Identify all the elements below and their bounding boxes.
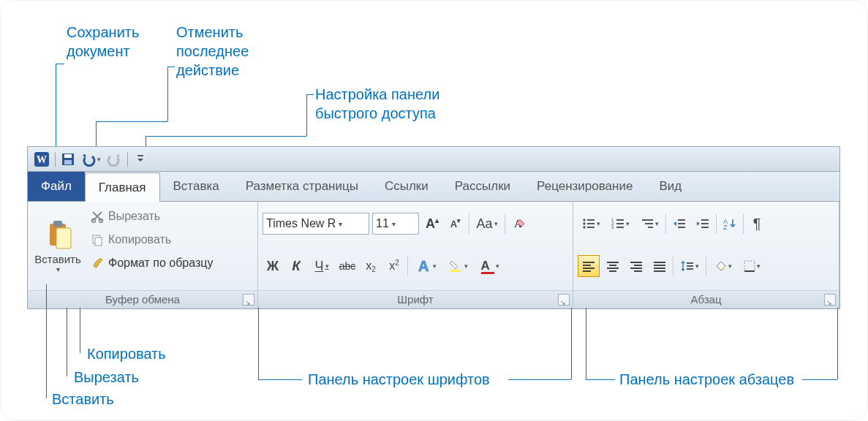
bullets-icon [582,218,595,230]
format-painter-button[interactable]: Формат по образцу [86,251,217,275]
scissors-icon [91,210,104,223]
callout-undo-label: Отменитьпоследнеедействие [176,24,249,78]
svg-rect-15 [450,270,461,272]
svg-point-18 [583,222,585,224]
outdent-icon [673,218,686,230]
ribbon-groups: Вставить ▾ Вырезать Копировать [28,202,839,308]
callout-undo: Отменитьпоследнеедействие [176,23,249,80]
shading-button[interactable]: ▾ [709,256,736,276]
group-clipboard: Вставить ▾ Вырезать Копировать [28,202,258,308]
svg-text:Z: Z [723,224,728,230]
sort-icon: AZ [722,217,737,230]
paste-label: Вставить [34,253,81,265]
decrease-indent-button[interactable] [669,213,690,234]
borders-button[interactable]: ▾ [739,256,765,276]
bold-button[interactable]: Ж [263,256,283,276]
app-icon[interactable]: W [32,150,50,168]
callout-copy: Копировать [87,344,166,363]
svg-text:W: W [37,154,47,165]
undo-button[interactable]: ▾ [78,150,103,168]
tab-insert[interactable]: Вставка [160,172,233,201]
highlight-icon [448,259,463,273]
italic-button[interactable]: К [286,256,306,276]
numbering-button[interactable]: 123 ▾ [607,213,633,234]
callout-save-label: Сохранитьдокумент [67,24,139,59]
svg-text:A: A [418,258,429,274]
show-marks-button[interactable]: ¶ [747,213,767,234]
tab-mailings[interactable]: Рассылки [442,172,524,201]
align-left-button[interactable] [578,255,600,277]
callout-cut: Вырезать [74,368,139,387]
change-case-button[interactable]: Aa▾ [472,213,502,234]
tab-view[interactable]: Вид [646,172,695,201]
align-left-icon [582,260,595,272]
text-effects-button[interactable]: A ▾ [411,256,440,276]
align-right-icon [630,260,643,272]
bullets-button[interactable]: ▾ [578,213,604,234]
callout-qat-label: Настройка панелибыстрого доступа [315,86,439,121]
font-color-button[interactable]: A ▾ [475,256,505,276]
cut-button[interactable]: Вырезать [86,205,217,228]
align-right-button[interactable] [626,256,646,276]
line-spacing-icon [681,260,694,272]
align-center-icon [606,260,619,272]
callout-save: Сохранитьдокумент [67,23,139,61]
multilevel-icon [641,218,654,230]
save-button[interactable] [59,150,77,168]
qat-customize-button[interactable] [131,150,149,168]
strike-button[interactable]: abc [337,256,358,276]
highlight-button[interactable]: ▾ [443,256,472,276]
copy-icon [91,233,104,246]
cut-label: Вырезать [108,210,160,223]
underline-button[interactable]: Ч▾ [309,256,334,276]
svg-rect-58 [744,261,755,271]
font-size-select[interactable]: 11▾ [372,213,419,235]
line-spacing-button[interactable]: ▾ [676,256,703,276]
svg-rect-12 [95,238,102,246]
callout-font-panel: Панель настроек шрифтов [308,370,490,389]
callout-paste: Вставить [52,390,114,409]
tab-home[interactable]: Главная [85,172,160,202]
copy-button[interactable]: Копировать [86,228,217,251]
ribbon: W ▾ Файл Главная Вставка Разметка страни… [27,146,840,309]
superscript-button[interactable]: x2 [384,256,404,276]
group-font: Times New R▾ 11▾ A▴ A▾ Aa▾ A [258,202,573,308]
clear-formatting-button[interactable]: A [508,213,529,234]
svg-rect-3 [64,154,72,158]
shrink-font-button[interactable]: A▾ [445,213,466,234]
paste-button[interactable]: Вставить ▾ [32,205,83,287]
font-launcher[interactable] [558,294,570,306]
tab-references[interactable]: Ссылки [371,172,442,201]
align-center-button[interactable] [603,256,623,276]
borders-icon [744,260,755,272]
brush-icon [91,257,104,270]
justify-button[interactable] [649,256,670,276]
tab-layout[interactable]: Разметка страницы [233,172,371,201]
grow-font-button[interactable]: A▴ [422,213,442,234]
callout-qat: Настройка панелибыстрого доступа [315,85,439,123]
group-paragraph: ▾ 123 ▾ ▾ [573,202,839,308]
tab-review[interactable]: Рецензирование [524,172,646,201]
tab-file[interactable]: Файл [28,172,85,201]
effect-A-icon: A [415,258,431,274]
increase-indent-button[interactable] [692,213,713,234]
justify-icon [653,260,666,272]
format-painter-label: Формат по образцу [108,257,213,270]
quick-access-toolbar: W ▾ [28,147,839,172]
para-launcher[interactable] [824,294,836,306]
font-face-select[interactable]: Times New R▾ [263,213,369,235]
svg-rect-7 [53,221,62,227]
indent-icon [696,218,709,230]
sort-button[interactable]: AZ [720,213,740,234]
group-clipboard-title: Буфер обмена [28,290,257,308]
svg-point-16 [583,219,585,221]
group-paragraph-title: Абзац [573,290,839,308]
redo-button[interactable] [105,150,123,168]
callout-para-panel: Панель настроек абзацев [619,370,794,389]
svg-point-20 [583,226,585,228]
svg-rect-8 [56,228,71,249]
multilevel-button[interactable]: ▾ [636,213,663,234]
subscript-button[interactable]: x2 [361,256,381,276]
clipboard-launcher[interactable] [243,294,254,306]
svg-rect-4 [64,160,72,164]
